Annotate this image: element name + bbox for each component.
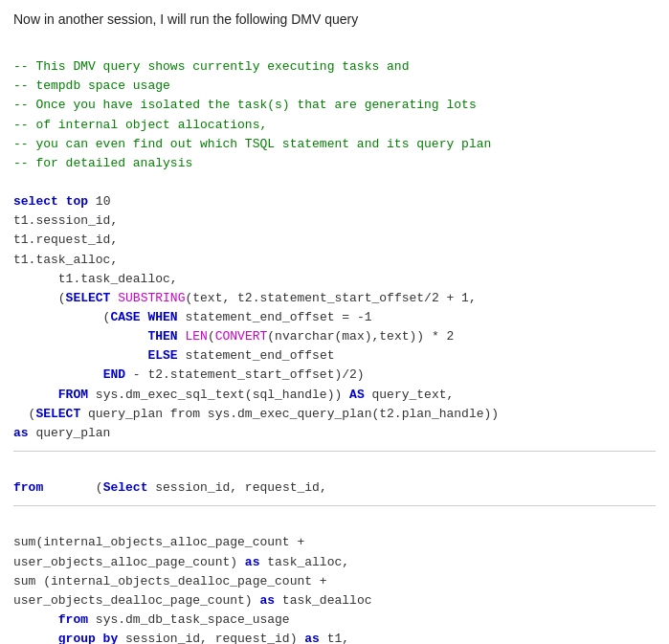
code-block-sum: sum(internal_objects_alloc_page_count + … [13, 514, 656, 644]
kw-select-top: select [13, 194, 58, 209]
code-divider-2 [13, 505, 656, 506]
code-block: -- This DMV query shows currently execut… [13, 38, 656, 443]
intro-text: Now in another session, I will run the f… [13, 11, 656, 27]
kw-from: from [13, 480, 43, 495]
code-block-from: from (Select session_id, request_id, [13, 459, 656, 498]
code-divider [13, 451, 656, 452]
comment-line-1: -- This DMV query shows currently execut… [13, 59, 491, 170]
